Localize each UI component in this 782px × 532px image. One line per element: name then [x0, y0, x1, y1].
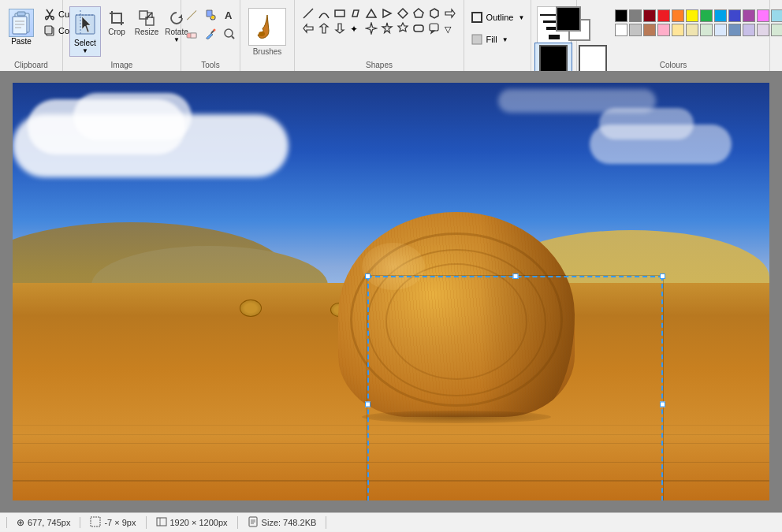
svg-point-22	[259, 32, 265, 36]
shape-curve[interactable]	[317, 6, 331, 20]
eraser-button[interactable]	[183, 25, 200, 43]
palette-lightgray[interactable]	[629, 24, 642, 36]
shape-more[interactable]: ▽	[443, 21, 457, 35]
shape-hexagon[interactable]	[427, 6, 441, 20]
crop-icon	[107, 9, 126, 28]
palette-white[interactable]	[615, 24, 627, 36]
palette-brown[interactable]	[643, 24, 656, 36]
palette-orange[interactable]	[672, 9, 684, 22]
brushes-group: Brushes	[240, 0, 295, 71]
handle-mid-left[interactable]	[365, 401, 371, 407]
palette-black[interactable]	[615, 9, 627, 22]
selection-rect[interactable]	[367, 276, 663, 500]
shape-parallelogram[interactable]	[348, 6, 363, 20]
palette-skyblue[interactable]	[714, 24, 727, 36]
svg-marker-33	[320, 24, 328, 33]
shape-pentagon[interactable]	[411, 6, 426, 20]
paste-icon	[9, 9, 34, 37]
colour1-preview	[539, 45, 568, 73]
handle-top-center[interactable]	[512, 273, 518, 279]
shape-down-arrow[interactable]	[333, 21, 347, 35]
shape-right-arrow[interactable]	[443, 6, 457, 20]
shape-triangle-right[interactable]	[380, 6, 394, 20]
fill-label: Fill	[486, 35, 497, 44]
palette-peach[interactable]	[672, 24, 684, 36]
shape-up-arrow[interactable]	[317, 21, 331, 35]
shape-star5[interactable]	[380, 21, 394, 35]
svg-marker-34	[336, 24, 344, 33]
select-icon	[74, 9, 96, 39]
palette-darkred[interactable]	[643, 9, 656, 22]
svg-marker-41	[431, 31, 434, 33]
shape-star4[interactable]	[364, 21, 378, 35]
canvas-image	[13, 83, 769, 500]
shape-callout[interactable]	[427, 21, 441, 35]
shape-rect[interactable]	[333, 6, 347, 20]
selection-icon	[90, 516, 101, 529]
shape-rounded-rect[interactable]	[411, 21, 426, 35]
outline-button[interactable]: Outline ▼	[467, 8, 529, 27]
colours-label: Colours	[577, 61, 769, 69]
pencil-button[interactable]	[183, 6, 200, 24]
crosshair-icon: ⊕	[17, 517, 24, 528]
palette-indigo[interactable]	[728, 9, 741, 22]
fill-button[interactable]	[202, 6, 219, 24]
shape-diamond[interactable]	[396, 6, 410, 20]
resize-button[interactable]: Resize	[132, 6, 161, 57]
palette-mint[interactable]	[700, 24, 713, 36]
edit-colours-label: Editcolo...	[780, 3, 783, 29]
clipboard-group: Paste Cut Copy	[0, 0, 63, 71]
colours-group: Colour 1 Colour 2	[577, 0, 770, 71]
image-size-icon	[156, 516, 167, 529]
colour1-swatch[interactable]	[556, 6, 581, 32]
selection-size-value: -7 × 9px	[104, 518, 136, 527]
handle-mid-right[interactable]	[660, 401, 665, 407]
status-bar: ⊕ 677, 745px -7 × 9px 1920 × 1200px Size…	[0, 512, 782, 531]
palette-purple[interactable]	[743, 9, 755, 22]
magnifier-button[interactable]	[221, 25, 238, 43]
palette-gray[interactable]	[629, 9, 642, 22]
cut-icon	[43, 8, 56, 20]
svg-rect-44	[472, 35, 482, 44]
text-button[interactable]: A	[221, 6, 238, 24]
palette-blue[interactable]	[714, 9, 727, 22]
shape-star6[interactable]	[396, 21, 410, 35]
shape-4-arrow[interactable]: ✦	[348, 21, 363, 35]
crop-button[interactable]: Crop	[102, 6, 131, 57]
image-size-value: 1920 × 1200px	[170, 518, 228, 527]
svg-marker-27	[383, 9, 391, 17]
cloud-6	[498, 89, 656, 113]
shape-line[interactable]	[301, 6, 315, 20]
handle-top-left[interactable]	[365, 273, 371, 279]
image-label: Image	[63, 61, 181, 69]
palette-pink[interactable]	[757, 9, 769, 22]
shape-triangle-up[interactable]	[364, 6, 378, 20]
svg-point-20	[225, 29, 233, 37]
svg-rect-39	[414, 25, 423, 32]
selection-border	[367, 276, 663, 500]
color-picker-button[interactable]	[202, 25, 219, 43]
palette-yellow[interactable]	[686, 9, 698, 22]
fill-tool-button[interactable]: Fill ▼	[467, 30, 529, 49]
palette-steelblue[interactable]	[728, 24, 741, 36]
svg-marker-25	[352, 10, 359, 17]
palette-green[interactable]	[700, 9, 713, 22]
palette-lilac[interactable]	[757, 24, 769, 36]
svg-marker-36	[366, 23, 377, 34]
svg-rect-7	[45, 26, 52, 34]
select-button[interactable]: Select ▼	[69, 6, 101, 57]
copy-icon	[43, 24, 56, 37]
svg-marker-37	[382, 23, 392, 33]
brushes-button[interactable]	[248, 8, 286, 46]
palette-lightpink[interactable]	[657, 24, 670, 36]
palette-lavender[interactable]	[743, 24, 755, 36]
status-selection-size: -7 × 9px	[80, 516, 146, 529]
palette-red[interactable]	[657, 9, 670, 22]
paste-button[interactable]: Paste	[5, 6, 38, 48]
svg-marker-31	[445, 9, 455, 17]
shape-left-arrow[interactable]	[301, 21, 315, 35]
edit-colours-group: Editcolo...	[770, 0, 782, 71]
canvas-area[interactable]	[0, 71, 782, 512]
handle-top-right[interactable]	[660, 273, 665, 279]
palette-tan[interactable]	[686, 24, 698, 36]
